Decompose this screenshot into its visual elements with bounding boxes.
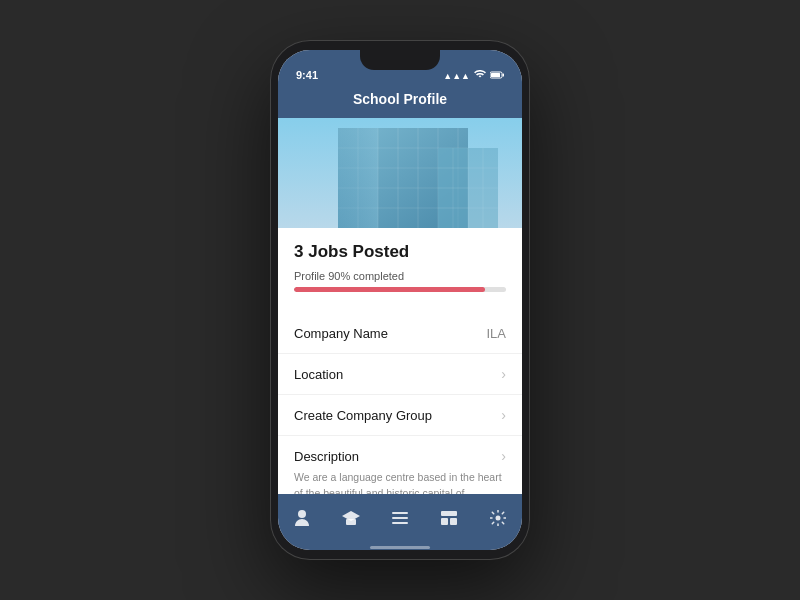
jobs-section: 3 Jobs Posted Profile 90% completed — [278, 228, 522, 314]
progress-bar-container — [294, 287, 506, 292]
notch — [360, 50, 440, 70]
settings-nav-icon — [490, 510, 506, 530]
description-label: Description — [294, 449, 359, 464]
svg-rect-1 — [491, 73, 500, 77]
svg-point-23 — [298, 510, 306, 518]
create-company-group-item[interactable]: Create Company Group › — [278, 395, 522, 436]
card-nav-icon — [441, 511, 457, 529]
create-company-group-label: Create Company Group — [294, 408, 432, 423]
description-section: Description › We are a language centre b… — [278, 436, 522, 494]
location-label: Location — [294, 367, 343, 382]
settings-nav-item[interactable] — [480, 502, 516, 538]
location-item[interactable]: Location › — [278, 354, 522, 395]
svg-point-32 — [495, 516, 500, 521]
status-icons: ▲▲▲ — [443, 70, 504, 81]
wifi-icon — [474, 70, 486, 81]
svg-rect-31 — [450, 518, 457, 525]
svg-rect-2 — [503, 73, 505, 76]
description-text: We are a language centre based in the he… — [294, 470, 506, 494]
svg-rect-25 — [346, 519, 356, 525]
main-content: 3 Jobs Posted Profile 90% completed Comp… — [278, 118, 522, 494]
list-nav-item[interactable] — [382, 502, 418, 538]
svg-rect-29 — [441, 511, 457, 516]
svg-rect-28 — [392, 522, 408, 524]
profile-nav-icon — [294, 509, 310, 531]
phone-screen: 9:41 ▲▲▲ — [278, 50, 522, 550]
home-indicator — [278, 546, 522, 550]
status-time: 9:41 — [296, 69, 318, 81]
school-nav-icon — [342, 510, 360, 530]
card-nav-item[interactable] — [431, 502, 467, 538]
bottom-nav — [278, 494, 522, 546]
progress-bar-fill — [294, 287, 485, 292]
home-indicator-bar — [370, 546, 430, 549]
svg-rect-27 — [392, 517, 408, 519]
header-title: School Profile — [353, 91, 447, 107]
signal-icon: ▲▲▲ — [443, 71, 470, 81]
company-name-label: Company Name — [294, 326, 388, 341]
svg-rect-30 — [441, 518, 448, 525]
description-header[interactable]: Description › — [294, 436, 506, 470]
list-nav-icon — [392, 511, 408, 529]
location-chevron-icon: › — [501, 366, 506, 382]
company-name-item[interactable]: Company Name ILA — [278, 314, 522, 354]
battery-icon — [490, 71, 504, 81]
profile-nav-item[interactable] — [284, 502, 320, 538]
phone-frame: 9:41 ▲▲▲ — [270, 40, 530, 560]
profile-progress-label: Profile 90% completed — [294, 270, 506, 282]
company-name-value: ILA — [486, 326, 506, 341]
svg-rect-26 — [392, 512, 408, 514]
create-company-group-chevron-icon: › — [501, 407, 506, 423]
jobs-count: 3 Jobs Posted — [294, 242, 506, 262]
school-nav-item[interactable] — [333, 502, 369, 538]
app-header: School Profile — [278, 86, 522, 118]
description-chevron-icon: › — [501, 448, 506, 464]
svg-rect-15 — [338, 128, 378, 228]
hero-image — [278, 118, 522, 228]
